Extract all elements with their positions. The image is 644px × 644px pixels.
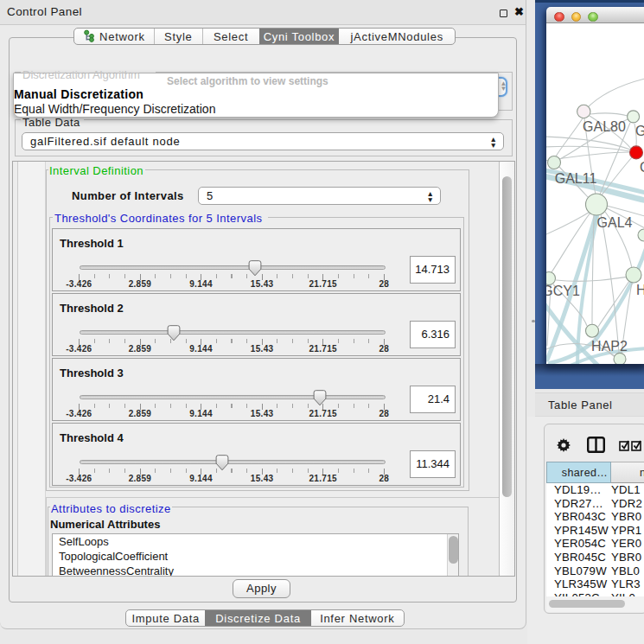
svg-text:CY: CY bbox=[640, 160, 644, 175]
svg-text:GAL11: GAL11 bbox=[555, 171, 597, 186]
svg-text:GCY1: GCY1 bbox=[546, 284, 580, 298]
svg-text:GA: GA bbox=[635, 124, 644, 138]
svg-text:HI: HI bbox=[636, 283, 644, 297]
svg-text:HAP2: HAP2 bbox=[591, 339, 628, 354]
svg-text:GAL4: GAL4 bbox=[597, 215, 633, 230]
svg-text:GAL80: GAL80 bbox=[583, 119, 626, 134]
